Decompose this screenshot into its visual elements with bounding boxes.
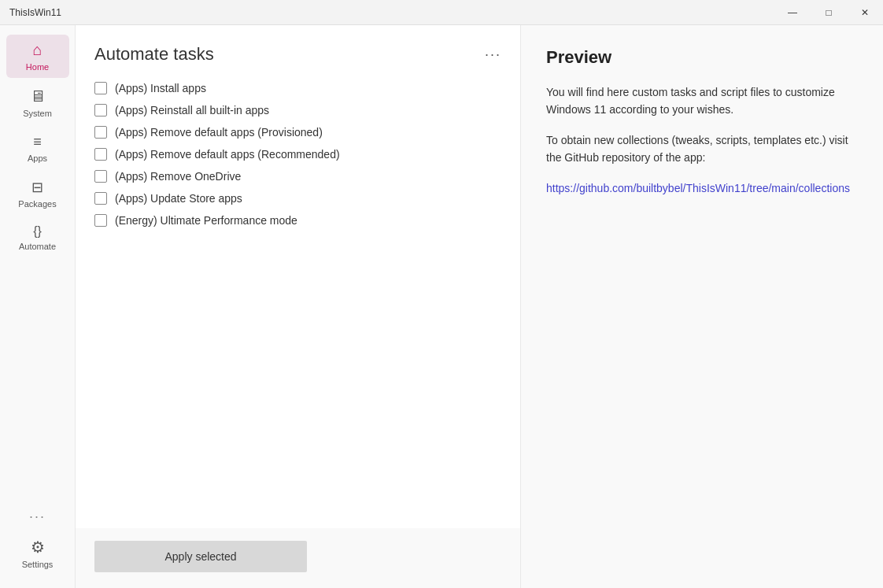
tasks-list: (Apps) Install apps(Apps) Reinstall all … (76, 77, 520, 528)
task-label: (Apps) Install apps (115, 82, 206, 94)
sidebar-label-settings: Settings (22, 560, 54, 569)
task-checkbox[interactable] (94, 104, 107, 116)
apps-icon: ≡ (33, 134, 42, 150)
preview-title: Preview (546, 47, 861, 68)
sidebar-label-packages: Packages (18, 199, 56, 209)
sidebar-label-system: System (23, 109, 52, 118)
task-item[interactable]: (Energy) Ultimate Performance mode (94, 209, 508, 231)
sidebar-item-packages[interactable]: ⊟ Packages (6, 172, 69, 215)
task-item[interactable]: (Apps) Reinstall all built-in apps (94, 99, 508, 121)
right-panel: Preview You will find here custom tasks … (521, 25, 883, 588)
main-content: Automate tasks ··· (Apps) Install apps(A… (76, 25, 883, 588)
task-checkbox[interactable] (94, 148, 107, 161)
task-item[interactable]: (Apps) Remove default apps (Provisioned) (94, 121, 508, 143)
sidebar-item-automate[interactable]: {} Automate (6, 218, 69, 257)
home-icon: ⌂ (32, 41, 42, 59)
preview-para2: To obtain new collections (tweaks, scrip… (546, 131, 861, 167)
task-item[interactable]: (Apps) Remove OneDrive (94, 165, 508, 187)
task-checkbox[interactable] (94, 170, 107, 183)
task-label: (Apps) Remove default apps (Recommended) (115, 148, 340, 161)
preview-para1: You will find here custom tasks and scri… (546, 83, 861, 119)
task-item[interactable]: (Apps) Update Store apps (94, 187, 508, 209)
task-label: (Apps) Remove default apps (Provisioned) (115, 126, 323, 139)
apply-selected-button[interactable]: Apply selected (94, 541, 307, 572)
task-label: (Apps) Update Store apps (115, 192, 242, 205)
bottom-bar: Apply selected (76, 528, 520, 588)
app-title: ThisIsWin11 (9, 7, 61, 18)
sidebar-item-home[interactable]: ⌂ Home (6, 35, 69, 78)
sidebar-label-home: Home (26, 62, 49, 72)
minimize-button[interactable]: — (774, 0, 811, 25)
task-label: (Energy) Ultimate Performance mode (115, 214, 297, 227)
system-icon: 🖥 (30, 87, 46, 105)
window-controls: — □ ✕ (774, 0, 883, 24)
panel-header: Automate tasks ··· (76, 25, 520, 77)
app-body: ⌂ Home 🖥 System ≡ Apps ⊟ Packages {} Aut… (0, 25, 883, 588)
more-options-button[interactable]: ··· (485, 46, 501, 63)
task-checkbox[interactable] (94, 192, 107, 205)
close-button[interactable]: ✕ (847, 0, 883, 25)
sidebar-label-automate: Automate (19, 242, 56, 251)
sidebar: ⌂ Home 🖥 System ≡ Apps ⊟ Packages {} Aut… (0, 25, 76, 588)
task-checkbox[interactable] (94, 82, 107, 94)
automate-icon: {} (33, 224, 42, 239)
sidebar-label-apps: Apps (28, 153, 47, 163)
settings-icon: ⚙ (31, 538, 45, 557)
panel-title: Automate tasks (94, 44, 214, 65)
sidebar-item-apps[interactable]: ≡ Apps (6, 128, 69, 169)
sidebar-item-system[interactable]: 🖥 System (6, 81, 69, 124)
sidebar-item-settings[interactable]: ⚙ Settings (6, 531, 69, 575)
maximize-button[interactable]: □ (811, 0, 847, 25)
task-item[interactable]: (Apps) Install apps (94, 77, 508, 99)
sidebar-more-button[interactable]: ... (29, 505, 46, 522)
task-label: (Apps) Reinstall all built-in apps (115, 104, 269, 116)
packages-icon: ⊟ (31, 179, 43, 196)
task-item[interactable]: (Apps) Remove default apps (Recommended) (94, 143, 508, 165)
left-panel: Automate tasks ··· (Apps) Install apps(A… (76, 25, 521, 588)
preview-link[interactable]: https://github.com/builtbybel/ThisIsWin1… (546, 182, 850, 194)
task-label: (Apps) Remove OneDrive (115, 170, 241, 183)
task-checkbox[interactable] (94, 126, 107, 139)
task-checkbox[interactable] (94, 214, 107, 227)
title-bar: ThisIsWin11 — □ ✕ (0, 0, 883, 25)
